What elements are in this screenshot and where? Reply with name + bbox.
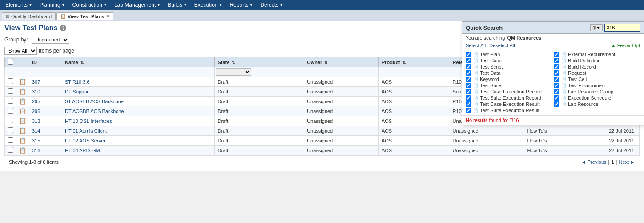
- select-all-checkbox[interactable]: [8, 59, 13, 65]
- qs-item-icon: 📄: [560, 64, 567, 70]
- qs-item-checkbox[interactable]: [554, 95, 559, 101]
- qs-item-checkbox[interactable]: [466, 52, 471, 57]
- row-id: 315: [29, 136, 62, 146]
- qs-deselect-all[interactable]: Deselect All: [489, 43, 515, 48]
- prev-page-btn-bottom[interactable]: ◄ Previous: [581, 159, 607, 165]
- qs-item-checkbox[interactable]: [466, 64, 471, 69]
- row-id: 314: [29, 126, 62, 136]
- qs-item-checkbox[interactable]: [466, 95, 471, 101]
- qs-item-checkbox[interactable]: [554, 83, 559, 88]
- tab-view-test-plans[interactable]: 📋 View Test Plans ✕: [56, 12, 113, 20]
- col-owner-header[interactable]: Owner ⇅: [304, 57, 379, 67]
- nav-construction[interactable]: Construction ▼: [69, 1, 111, 9]
- row-checkbox[interactable]: [8, 147, 13, 153]
- qs-item-checkbox[interactable]: [554, 64, 559, 69]
- qs-select-all[interactable]: Select All: [466, 43, 486, 48]
- row-test-plan-type: How To's: [524, 126, 606, 136]
- row-owner: Unassigned: [304, 97, 379, 106]
- tab-quality-dashboard[interactable]: ⊞ Quality Dashboard: [2, 12, 56, 20]
- row-id-link[interactable]: 313: [32, 118, 40, 124]
- nav-builds[interactable]: Builds ▼: [164, 1, 191, 9]
- row-id-link[interactable]: 310: [32, 89, 40, 94]
- row-item-icon: 📋: [19, 88, 26, 95]
- qs-item-checkbox[interactable]: [554, 52, 559, 57]
- row-owner: Unassigned: [304, 77, 379, 87]
- row-name-link[interactable]: DT Support: [65, 89, 90, 94]
- qs-item-label: Test Case Execution Result: [480, 101, 540, 107]
- row-id-link[interactable]: 316: [32, 148, 40, 153]
- row-name-link[interactable]: ST AOSBB AOS Backbone: [65, 99, 124, 104]
- row-checkbox-cell: [5, 87, 16, 97]
- help-icon[interactable]: ?: [60, 25, 66, 31]
- page-separator2-bottom: |: [616, 159, 617, 165]
- qs-item-checkbox[interactable]: [466, 89, 471, 94]
- row-name-link[interactable]: HT 01 Aomis Client: [65, 128, 107, 134]
- row-name-link[interactable]: HT 02 AOS Server: [65, 138, 105, 143]
- row-checkbox[interactable]: [8, 137, 13, 143]
- qs-item-checkbox[interactable]: [554, 70, 559, 76]
- col-product-header[interactable]: Product ⇅: [378, 57, 450, 67]
- qs-item-checkbox[interactable]: [554, 101, 559, 107]
- row-checkbox[interactable]: [8, 98, 13, 104]
- col-name-header[interactable]: Name ⇅: [62, 57, 215, 67]
- nav-elements[interactable]: Elements ▼: [2, 1, 36, 9]
- qs-item-checkbox[interactable]: [466, 77, 471, 82]
- qs-item-checkbox[interactable]: [466, 70, 471, 76]
- qs-right-item: 📄 Request: [554, 70, 640, 76]
- qs-searching-text: You are searching 'QM Resources': [462, 34, 644, 42]
- row-checkbox-cell: [5, 97, 16, 106]
- row-name-link[interactable]: HT 10 OSL Interfaces: [65, 118, 112, 124]
- current-page-bottom: 1: [611, 159, 614, 165]
- qs-item-label: Test Case: [480, 58, 502, 63]
- qs-item-checkbox[interactable]: [466, 83, 471, 88]
- row-name-link[interactable]: ST R10.3.6: [65, 79, 89, 85]
- nav-planning[interactable]: Planning ▼: [36, 1, 69, 9]
- show-all-select[interactable]: Show All: [4, 47, 37, 55]
- row-id-link[interactable]: 307: [32, 79, 40, 85]
- nav-defects[interactable]: Defects ▼: [257, 1, 287, 9]
- row-checkbox[interactable]: [8, 127, 13, 133]
- group-by-select[interactable]: Ungrouped: [32, 36, 69, 44]
- row-checkbox-cell: [5, 116, 16, 126]
- row-id-link[interactable]: 296: [32, 109, 40, 114]
- next-page-btn-bottom[interactable]: Next ►: [619, 159, 635, 165]
- row-owner: Unassigned: [304, 126, 379, 136]
- row-id-link[interactable]: 314: [32, 128, 40, 134]
- row-checkbox[interactable]: [8, 78, 13, 84]
- row-id-link[interactable]: 295: [32, 99, 40, 104]
- qs-item-checkbox[interactable]: [466, 101, 471, 107]
- qs-item-checkbox[interactable]: [554, 89, 559, 94]
- row-id: 296: [29, 106, 62, 116]
- col-id-header[interactable]: ID: [29, 57, 62, 67]
- row-icon-cell: 📋: [16, 77, 29, 87]
- row-checkbox[interactable]: [8, 118, 13, 123]
- row-checkbox-cell: [5, 126, 16, 136]
- nav-reports[interactable]: Reports ▼: [226, 1, 257, 9]
- row-state: Draft: [215, 106, 304, 116]
- row-checkbox[interactable]: [8, 108, 13, 114]
- qs-item-label: Lab Resource: [568, 101, 599, 107]
- qs-search-input[interactable]: [604, 24, 640, 32]
- qs-left-item: 📄 Test Suite Execution Record: [466, 95, 552, 101]
- nav-execution[interactable]: Execution ▼: [191, 1, 226, 9]
- nav-lab-management[interactable]: Lab Management ▼: [111, 1, 164, 9]
- name-sort-icon: ⇅: [80, 61, 84, 65]
- col-state-header[interactable]: State ⇅: [215, 57, 304, 67]
- qs-item-checkbox[interactable]: [466, 58, 471, 63]
- row-id-link[interactable]: 315: [32, 138, 40, 143]
- qs-icon-button[interactable]: ⊞▼: [590, 24, 603, 31]
- qs-item-checkbox[interactable]: [466, 108, 471, 113]
- qs-item-checkbox[interactable]: [554, 77, 559, 82]
- qs-item-checkbox[interactable]: [554, 58, 559, 63]
- row-checkbox[interactable]: [8, 88, 13, 94]
- row-state: Draft: [215, 146, 304, 155]
- row-product: AOS: [378, 116, 450, 126]
- qs-fewer-options[interactable]: ▲ Fewer Opt: [611, 43, 640, 48]
- filter-name-cell: [62, 67, 215, 77]
- tab-close-button[interactable]: ✕: [106, 14, 109, 19]
- state-filter-select[interactable]: [216, 68, 251, 76]
- row-product: AOS: [378, 126, 450, 136]
- row-name-link[interactable]: HT 04 ARIS GM: [65, 148, 100, 153]
- row-name-link[interactable]: DT AOSBB AOS Backbone: [65, 109, 124, 114]
- qs-item-icon: 📄: [560, 89, 567, 95]
